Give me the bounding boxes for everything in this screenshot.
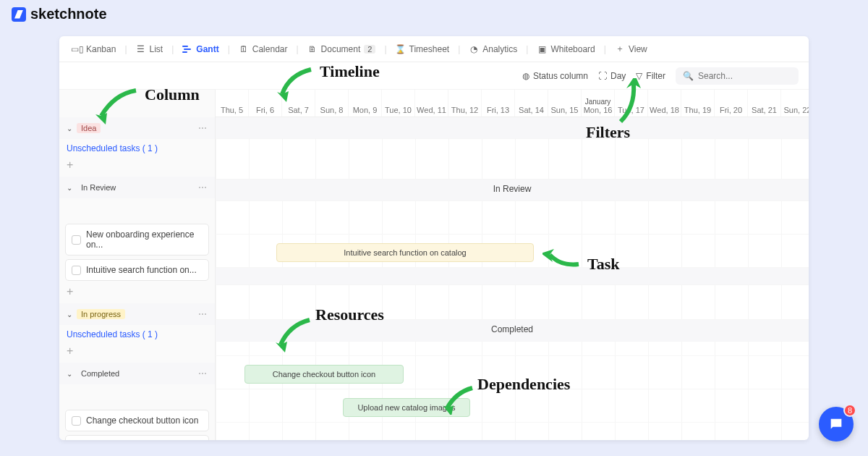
tab-timesheet-label: Timesheet [409,44,450,54]
tab-document-label: Document [321,44,361,54]
search-input[interactable] [698,71,791,81]
group-inreview-header[interactable]: ⌄ In Review ⋯ [59,177,215,198]
timeline-day: Wed, 11 [415,90,448,117]
checkbox-icon[interactable] [72,266,81,275]
day-zoom[interactable]: ⛶ Day [598,71,626,81]
group-completed-chip: Completed [77,368,124,379]
timeline-header: Thu, 5Fri, 6Sat, 7Sun, 8Mon, 9Tue, 10Wed… [216,90,809,117]
timeline-day: Sat, 14 [515,90,548,117]
task-card[interactable]: Intuitive search function on... [65,259,209,281]
inreview-add-task[interactable]: + [59,284,215,303]
checkbox-icon[interactable] [72,235,81,245]
group-idea-menu[interactable]: ⋯ [198,123,208,133]
gantt-bar-search[interactable]: Intuitive search function on catalog [276,243,534,262]
chat-icon [828,416,844,432]
gantt-main: ⌄ Idea ⋯ Unscheduled tasks ( 1 ) + ⌄ In … [59,90,809,440]
timeline-day: Fri, 13 [482,90,515,117]
timeline-day: Sat, 21 [748,90,781,117]
timeline-day: Sun, 8 [315,90,349,117]
gantt-bar-upload[interactable]: Upload new catalog images [343,398,470,417]
tab-whiteboard[interactable]: ▣ Whiteboard [532,41,599,57]
tab-calendar-label: Calendar [252,44,288,54]
tab-gantt[interactable]: Gantt [178,41,223,57]
app-logo: sketchnote [12,6,107,22]
timeline-day: Thu, 12 [448,90,482,117]
search-icon: 🔍 [683,71,694,81]
idea-add-task[interactable]: + [59,158,215,177]
gantt-bar-checkout[interactable]: Change checkout button icon [244,365,404,384]
band-label: In Review [493,184,532,194]
expand-icon: ⛶ [598,71,607,81]
timeline-day: Fri, 6 [249,90,282,117]
task-card[interactable]: New onboarding experience on... [65,224,209,256]
add-view[interactable]: ＋ View [610,41,652,57]
inprogress-unscheduled-link[interactable]: Unscheduled tasks ( 1 ) [59,325,215,344]
task-card-label: Change checkout button icon [86,415,198,426]
view-tabbar: ▭▯ Kanban | ☰ List | Gantt | 🗓 Calendar … [59,36,809,62]
group-inprogress-menu[interactable]: ⋯ [198,309,208,319]
gantt-grid[interactable]: Thu, 5Fri, 6Sat, 7Sun, 8Mon, 9Tue, 10Wed… [216,90,809,440]
tab-list-label: List [150,44,163,54]
timeline-day: Sat, 7 [282,90,315,117]
tab-kanban[interactable]: ▭▯ Kanban [68,41,120,57]
timeline-day: Thu, 5 [216,90,249,117]
band-completed: Completed [216,320,809,342]
group-inprogress-header[interactable]: ⌄ In progress ⋯ [59,303,215,325]
status-column-label: Status column [533,71,588,81]
inprogress-add-task[interactable]: + [59,344,215,363]
idea-unscheduled-link[interactable]: Unscheduled tasks ( 1 ) [59,139,215,158]
group-inreview-menu[interactable]: ⋯ [198,182,208,193]
group-idea-chip: Idea [77,123,101,133]
app-window: ▭▯ Kanban | ☰ List | Gantt | 🗓 Calendar … [59,36,809,440]
group-completed-menu[interactable]: ⋯ [198,368,208,379]
plus-icon: ＋ [615,44,625,54]
day-zoom-label: Day [610,71,626,81]
chevron-down-icon: ⌄ [67,124,72,132]
task-card[interactable]: Upload new catalog images [65,435,209,440]
document-count-badge: 2 [364,45,375,54]
timeline-day: Sun, 22 [781,90,809,117]
group-completed-header[interactable]: ⌄ Completed ⋯ [59,363,215,384]
gantt-bar-label: Upload new catalog images [357,403,455,412]
chat-notification-badge: 8 [843,404,856,417]
timeline-day: Sun, 15 [548,90,582,117]
tab-calendar[interactable]: 🗓 Calendar [234,41,292,57]
group-inprogress-chip: In progress [77,309,125,319]
gantt-toolbar: ◍ Status column ⛶ Day ▽ Filter 🔍 [59,62,809,90]
status-column-toggle[interactable]: ◍ Status column [522,71,588,81]
document-icon: 🗎 [307,44,318,54]
timeline-day: Tue, 10 [382,90,415,117]
timeline-day: JanuaryMon, 16 [582,90,615,117]
task-card[interactable]: Change checkout button icon [65,410,209,431]
tab-list[interactable]: ☰ List [132,41,168,57]
tab-analytics[interactable]: ◔ Analytics [464,41,522,57]
logo-text: sketchnote [30,6,107,22]
filter-button[interactable]: ▽ Filter [636,71,665,81]
timeline-day: Mon, 9 [349,90,382,117]
timeline-day: Wed, 18 [648,90,681,117]
kanban-icon: ▭▯ [72,44,82,54]
search-input-wrap[interactable]: 🔍 [676,67,799,85]
group-idea-header[interactable]: ⌄ Idea ⋯ [59,117,215,139]
logo-mark-icon [12,7,26,22]
tab-analytics-label: Analytics [482,44,517,54]
funnel-icon: ▽ [636,71,642,81]
timeline-day: Fri, 20 [715,90,748,117]
chevron-down-icon: ⌄ [67,311,72,318]
checkbox-icon[interactable] [72,416,81,426]
tab-kanban-label: Kanban [86,44,116,54]
chat-bubble-button[interactable]: 8 [819,407,854,442]
task-card-label: Intuitive search function on... [86,265,197,275]
tab-gantt-label: Gantt [196,44,218,54]
task-card-label: New onboarding experience on... [86,229,203,250]
whiteboard-icon: ▣ [537,44,547,54]
gantt-bar-label: Intuitive search function on catalog [344,248,466,257]
tab-timesheet[interactable]: ⌛ Timesheet [391,41,454,57]
chevron-down-icon: ⌄ [67,370,72,378]
gantt-bar-label: Change checkout button icon [273,370,376,379]
tab-document[interactable]: 🗎 Document 2 [303,41,380,57]
list-icon: ☰ [136,44,146,54]
chevron-down-icon: ⌄ [67,184,72,192]
calendar-icon: 🗓 [239,44,249,54]
group-inreview-chip: In Review [77,182,120,193]
